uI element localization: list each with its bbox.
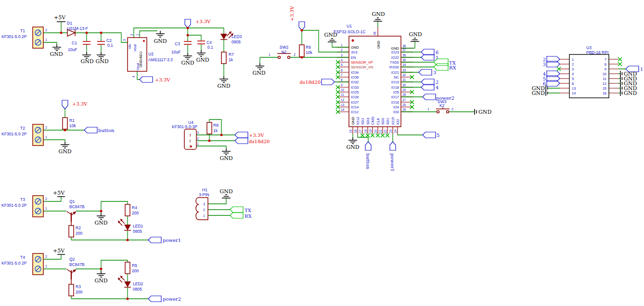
gnd-label: GND	[409, 31, 422, 38]
pin-number: 12	[341, 98, 345, 102]
q1-transistor[interactable]: Q1 BC847B	[67, 199, 85, 226]
plus5v-symbol-t3[interactable]: +5V	[53, 190, 65, 197]
power2-flag-t4[interactable]: power2	[148, 296, 181, 302]
sw3-pin1-num: 1	[427, 107, 429, 111]
tx-flag-h1[interactable]: TX	[230, 207, 252, 213]
net-flag-6[interactable]: 6	[421, 49, 438, 55]
u3-left-flags[interactable]: 2 3 4 5 6	[543, 56, 560, 86]
pin-number: 9	[341, 83, 343, 87]
net-flag-3[interactable]: 3	[419, 69, 436, 75]
pin-name: SENSOR_VN	[351, 65, 373, 69]
r7-resistor[interactable]: R7 1k	[221, 52, 234, 64]
u4-inner-pin1: 1	[189, 145, 191, 148]
no-connect-icon	[618, 57, 622, 61]
button-net-label: button	[98, 128, 115, 133]
c2-capacitor[interactable]: C2 0.1	[97, 38, 113, 48]
c3-capacitor[interactable]: C3 10uF	[171, 41, 192, 54]
t1-terminal[interactable]	[33, 27, 43, 48]
sw2-button[interactable]: 1 2 SW2 K2	[269, 45, 296, 59]
r6-resistor[interactable]: R6 10k	[299, 45, 312, 57]
led2[interactable]: LED2 0805	[118, 276, 143, 292]
r4-ref: R4	[132, 205, 137, 210]
t4-terminal[interactable]	[33, 253, 43, 275]
gnd-label: GND	[181, 60, 194, 66]
ds18d20-flag-u4[interactable]: ds18d20	[235, 138, 270, 144]
u2-value: AMS1117-3.3	[148, 57, 173, 62]
t2-terminal[interactable]	[33, 124, 43, 146]
button-input-section: T2 KF301-5.0 2P 2 1 R1 10k +3.3V button …	[1, 100, 115, 155]
net-flag-icon	[140, 77, 153, 82]
pin-number: 10	[341, 88, 345, 92]
t3-value: KF301-5.0 2P	[1, 203, 27, 208]
net-flag-2[interactable]: 2	[421, 79, 438, 85]
rx-flag-u1[interactable]: RX	[434, 64, 457, 70]
p33v-flag-rail[interactable]: +3.3V	[185, 19, 211, 28]
h1-header[interactable]: H1 3-PIN 3 2 1	[196, 187, 209, 220]
no-connect-icon	[618, 62, 622, 66]
gnd-port-icon	[475, 109, 477, 115]
led1[interactable]: LED1 0805	[118, 219, 143, 234]
u3-right-gnd-ports[interactable]: GND GND GND GND GND	[620, 71, 637, 96]
rx-flag-h1[interactable]: RX	[230, 213, 252, 219]
c1-capacitor[interactable]: C1 10uF	[68, 40, 90, 52]
p33v-flag-u2out[interactable]: +3.3V	[140, 77, 170, 82]
r8-resistor[interactable]: R8 1k	[207, 122, 219, 134]
t4-pin1-num: 1	[45, 265, 47, 268]
d1-diode[interactable]: D1 US1M-13-F	[67, 21, 88, 36]
gnd-symbol	[97, 213, 105, 219]
r1-resistor[interactable]: R1 10k	[63, 118, 76, 129]
p33v-flag-r6[interactable]: +3.3V	[289, 6, 305, 30]
pin-number: 1	[341, 43, 343, 47]
pin-number: 36	[402, 53, 406, 57]
pin-name: SD2	[361, 118, 365, 125]
p33v-flag-r1[interactable]: +3.3V	[62, 100, 88, 109]
pin-number: 13	[572, 86, 576, 91]
led1-value: 0805	[133, 229, 142, 234]
gnd-port-sw3[interactable]: GND	[475, 109, 491, 115]
r4-resistor[interactable]: R4 200	[125, 204, 139, 216]
u4-connector[interactable]: 3 2 1 3 2 1 U4 KF301-5.0-3P	[172, 120, 199, 149]
sw2-ref: SW2	[280, 45, 289, 50]
u1-esp32[interactable]: U1 ESP32-SOLO-1C 39 GND 1 2 3 4 5 6 7 8 …	[334, 24, 406, 133]
net-flag-5[interactable]: 5	[423, 132, 439, 138]
button-net-flag[interactable]: button	[84, 127, 115, 133]
power1-flag-t3[interactable]: power1	[148, 237, 181, 243]
pin-number: 12	[603, 81, 606, 86]
c4-capacitor[interactable]: C4 0.1	[197, 40, 213, 50]
net-flag-icon	[84, 127, 97, 133]
power1-flag-u1[interactable]: power1	[390, 142, 396, 172]
junction-dot	[220, 134, 223, 136]
u4-inner-pin3: 3	[189, 133, 191, 137]
plus5v-symbol-t4[interactable]: +5V	[53, 248, 65, 254]
pin-number: 7	[341, 73, 343, 77]
r3-resistor[interactable]: R3 200	[69, 284, 82, 296]
pin-name: IO19	[391, 80, 399, 84]
pin-number: 20	[374, 129, 377, 133]
gnd-label: GND	[324, 32, 337, 38]
r5-resistor[interactable]: R5 200	[125, 262, 139, 274]
plus5v-symbol[interactable]: +5V	[54, 14, 66, 22]
u2-ref: U2	[148, 52, 154, 56]
pin-name: IO26	[351, 95, 359, 99]
q2-transistor[interactable]: Q2 BC847B	[67, 257, 85, 284]
pin-number: 37	[402, 48, 406, 52]
t3-terminal[interactable]	[33, 196, 43, 217]
pin-number: 13	[341, 103, 345, 106]
schematic-svg: T1 KF301-5.0 2P 2 1 +5V D1 US1M-13-F C1 …	[0, 0, 644, 306]
t1-pin1-num: 1	[45, 38, 47, 41]
net-flag-1[interactable]: 1	[421, 54, 438, 60]
u3-left-gnd-ports[interactable]: GND GND	[532, 85, 548, 96]
net-label: 6	[436, 50, 438, 55]
t2-value: KF301-5.0 2P	[1, 132, 27, 136]
sw3-button[interactable]: 1 2 SW3 K2	[427, 99, 453, 113]
button-flag-u1[interactable]: button	[365, 142, 371, 170]
q2-value: BC847B	[69, 262, 85, 267]
r2-resistor[interactable]: R2 200	[69, 226, 82, 237]
net-flag-4[interactable]: 4	[421, 84, 438, 90]
p33v-flag-u4[interactable]: +3.3V	[235, 132, 264, 138]
pin-name: IO4	[393, 105, 399, 109]
gnd-label: GND	[95, 58, 108, 65]
pin-name: IO23	[391, 50, 399, 54]
ds18d20-flag-u1[interactable]: ds18d20	[300, 79, 335, 85]
u3-header[interactable]: U3 PBD-16 RPI 1 2 3 4 5 6 13 14 7 8 9 10…	[569, 45, 609, 98]
